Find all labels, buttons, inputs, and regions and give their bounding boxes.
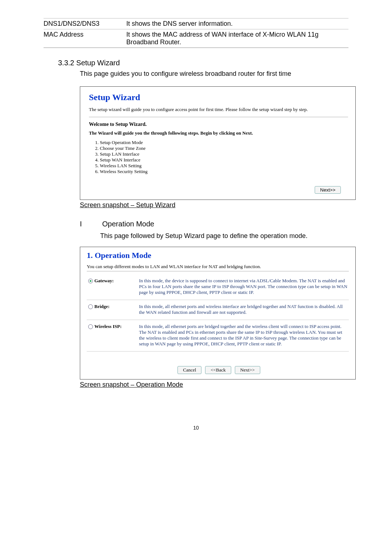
- setup-wizard-steps: Setup Operation Mode Choose your Time Zo…: [100, 140, 348, 175]
- info-value: It shows the MAC address of WAN interfac…: [126, 29, 348, 48]
- table-row: MAC Address It shows the MAC address of …: [44, 29, 348, 48]
- setup-wizard-title: Setup Wizard: [89, 93, 348, 102]
- radio-gateway[interactable]: [88, 279, 93, 283]
- wizard-step: Setup LAN Interface: [100, 151, 348, 157]
- wizard-step: Setup Operation Mode: [100, 140, 348, 145]
- info-table: DNS1/DNS2/DNS3 It shows the DNS server i…: [44, 18, 348, 48]
- setup-wizard-guide: The Wizard will guide you the through fo…: [89, 130, 348, 136]
- setup-wizard-intro: The setup wizard will guide you to confi…: [89, 107, 348, 117]
- next-button[interactable]: Next>>: [235, 366, 260, 374]
- setup-wizard-welcome: Welcome to Setup Wizard.: [89, 122, 348, 127]
- option-label: Gateway:: [94, 278, 114, 284]
- operation-mode-panel: 1. Operation Mode You can setup differen…: [80, 247, 356, 379]
- screenshot-caption: Screen snapshot – Setup Wizard: [80, 201, 348, 209]
- operation-mode-intro: You can setup different modes to LAN and…: [87, 264, 349, 271]
- table-row: DNS1/DNS2/DNS3 It shows the DNS server i…: [44, 19, 348, 29]
- next-button[interactable]: Next>>: [315, 186, 341, 194]
- option-label: Wireless ISP:: [94, 324, 122, 329]
- option-text: In this mode, all ethernet ports and wir…: [139, 304, 347, 315]
- wizard-step: Wireless Security Setting: [100, 169, 348, 175]
- sublist-index: I: [80, 220, 100, 228]
- section-description: This page guides you to configure wirele…: [80, 70, 348, 78]
- page-number: 10: [0, 425, 392, 431]
- wizard-step: Wireless LAN Setting: [100, 163, 348, 169]
- info-label: DNS1/DNS2/DNS3: [44, 19, 126, 29]
- radio-bridge[interactable]: [88, 304, 93, 309]
- operation-mode-title: 1. Operation Mode: [87, 251, 349, 260]
- wizard-step: Setup WAN Interface: [100, 157, 348, 163]
- operation-mode-option-gateway: Gateway: In this mode, the device is sup…: [87, 274, 349, 300]
- cancel-button[interactable]: Cancel: [177, 366, 201, 374]
- radio-wireless-isp[interactable]: [88, 324, 93, 329]
- operation-mode-option-wireless-isp: Wireless ISP: In this mode, all ethernet…: [87, 320, 349, 352]
- info-value: It shows the DNS server information.: [126, 19, 348, 29]
- info-label: MAC Address: [44, 29, 126, 48]
- sublist-title: Operation Mode: [102, 220, 154, 228]
- setup-wizard-panel: Setup Wizard The setup wizard will guide…: [80, 86, 356, 200]
- section-heading: 3.3.2 Setup Wizard: [58, 59, 348, 67]
- option-text: In this mode, the device is supposed to …: [139, 278, 347, 295]
- option-text: In this mode, all ethernet ports are bri…: [139, 324, 347, 347]
- option-label: Bridge:: [94, 304, 110, 309]
- operation-mode-option-bridge: Bridge: In this mode, all ethernet ports…: [87, 300, 349, 320]
- wizard-step: Choose your Time Zone: [100, 145, 348, 151]
- back-button[interactable]: <<Back: [205, 366, 231, 374]
- sublist-description: This page followed by Setup Wizard page …: [100, 231, 348, 241]
- screenshot-caption: Screen snapshot – Operation Mode: [80, 381, 348, 389]
